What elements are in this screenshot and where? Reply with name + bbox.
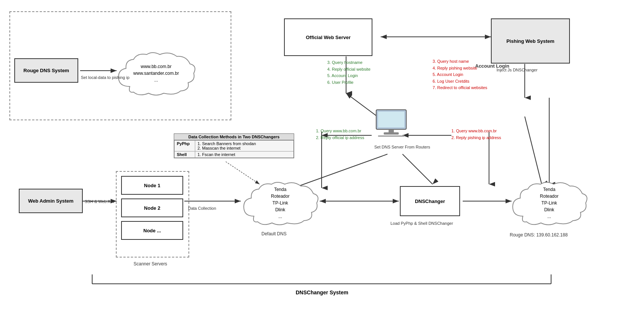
rouge-dns-ip-label: Rouge DNS: 139.60.162.188 (510, 232, 568, 238)
rouge-dns-box: Rouge DNS System (14, 58, 78, 83)
dnschanger-system-label: DNSChanger System (284, 289, 360, 295)
node1-box: Node 1 (121, 176, 183, 195)
right-steps: 1. Query www.bb.com.br 2. Reply pishing … (451, 128, 501, 141)
svg-rect-29 (378, 135, 404, 137)
web-admin-box: Web Admin System (19, 189, 83, 213)
default-dns-cloud: Tenda Roteador TP-Link Dlink ... (241, 179, 320, 227)
domain-cloud: www.bb.com.br www.santander.com.br ... (115, 49, 197, 98)
scanner-servers-label: Scanner Servers (134, 261, 167, 267)
node-ellipsis-box: Node ... (121, 221, 183, 240)
default-dns-label: Default DNS (261, 231, 287, 236)
default-dns-text: Tenda Roteador TP-Link Dlink ... (271, 186, 289, 220)
rouge-dns-cloud-text: Tenda Roteador TP-Link Dlink ... (540, 186, 558, 220)
rouge-dns-cloud: Tenda Roteador TP-Link Dlink ... (510, 179, 589, 227)
rouge-dns-label: Rouge DNS System (23, 68, 69, 73)
svg-rect-26 (378, 112, 404, 127)
set-local-label: Set local-data to pishing ip (81, 75, 129, 80)
official-web-box: Official Web Server (284, 18, 372, 56)
domain-cloud-text: www.bb.com.br www.santander.com.br ... (133, 63, 179, 83)
ssh-web-label: SSH & Web API (85, 199, 114, 204)
table-row: PyPhp 1. Search Banners from shodan2. Ma… (175, 141, 294, 151)
pishing-web-label: Pishing Web System (506, 38, 554, 44)
svg-rect-28 (384, 132, 399, 135)
web-admin-label: Web Admin System (28, 198, 74, 204)
table-row: Shell 1. Fscan the internet (175, 151, 294, 158)
computer-icon (372, 109, 410, 143)
pishing-web-box: Pishing Web System (491, 18, 570, 64)
load-pypnp-label: Load PyPhp & Shell DNSChanger (390, 221, 453, 226)
official-steps: 3. Query hostname 4. Reply official webs… (327, 59, 371, 86)
data-collection-table: Data Collection Methods in Two DNSChange… (174, 133, 294, 158)
official-web-label: Official Web Server (306, 35, 351, 40)
diagram-container: Rouge DNS System www.bb.com.br www.santa… (0, 0, 644, 309)
pishing-steps: 3. Query host name 4. Reply pishing webs… (433, 58, 487, 91)
node2-box: Node 2 (121, 198, 183, 217)
svg-line-12 (402, 154, 433, 184)
svg-rect-27 (389, 129, 394, 132)
set-dns-label: Set DNS Server From Routers (374, 145, 430, 149)
svg-line-20 (525, 117, 542, 184)
left-steps: 1. Query www.bb.com.br 2. Reply official… (316, 128, 364, 141)
dnschanger-box: DNSChanger (400, 186, 460, 216)
data-collection-label: Data Collection (188, 206, 216, 211)
